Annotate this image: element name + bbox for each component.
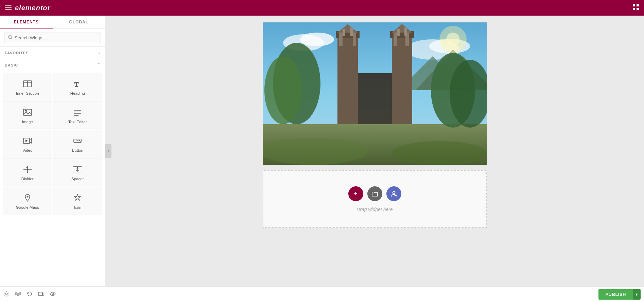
svg-rect-48	[350, 27, 353, 36]
publish-dropdown-button[interactable]: ▾	[633, 289, 641, 300]
svg-rect-6	[637, 8, 639, 10]
svg-point-32	[27, 196, 28, 197]
svg-point-41	[264, 56, 302, 124]
widget-heading-label: Heading	[70, 91, 85, 95]
widget-divider[interactable]: Divider	[3, 158, 52, 186]
drop-zone-buttons: + ...	[348, 186, 401, 201]
collapse-sidebar-handle[interactable]: ‹	[105, 144, 111, 158]
search-input[interactable]	[15, 35, 97, 40]
sidebar-tabs: ELEMENTS GLOBAL	[0, 16, 105, 29]
layers-icon[interactable]	[15, 291, 21, 298]
svg-point-7	[8, 36, 12, 39]
publish-button[interactable]: PUBLISH	[598, 289, 633, 300]
svg-rect-42	[337, 33, 358, 128]
svg-rect-2	[5, 9, 12, 10]
text-editor-icon	[73, 108, 82, 117]
svg-rect-70	[38, 292, 42, 296]
tab-global[interactable]: GLOBAL	[53, 16, 105, 29]
divider-icon	[23, 165, 32, 174]
widget-heading[interactable]: T Heading	[53, 73, 103, 100]
main-layout: ELEMENTS GLOBAL FAVORITES › BASIC	[0, 16, 644, 286]
button-icon	[73, 136, 82, 146]
svg-line-25	[79, 140, 81, 141]
video-icon	[23, 136, 32, 146]
preview-icon[interactable]	[50, 291, 56, 298]
inner-section-icon	[23, 79, 32, 89]
svg-rect-15	[23, 109, 32, 115]
widget-text-editor-label: Text Editor	[68, 120, 87, 124]
svg-rect-52	[394, 33, 397, 46]
drag-widget-text: Drag widget here	[356, 207, 393, 212]
user-button[interactable]: ...	[386, 186, 401, 201]
basic-label: BASIC	[5, 63, 18, 67]
header: elementor	[0, 0, 644, 16]
widget-spacer-label: Spacer	[71, 177, 84, 181]
widget-button-label: Button	[72, 148, 83, 152]
svg-rect-1	[5, 7, 12, 8]
basic-chevron-icon: ˅	[98, 62, 100, 68]
svg-point-62	[263, 138, 368, 165]
toolbar-icons	[3, 291, 56, 298]
widget-google-maps[interactable]: Google Maps	[3, 187, 52, 214]
balinese-gate-image	[263, 22, 487, 165]
widget-button[interactable]: Button	[53, 130, 103, 157]
apps-grid-icon[interactable]	[632, 4, 639, 12]
sidebar: ELEMENTS GLOBAL FAVORITES › BASIC	[0, 16, 105, 286]
drop-zone: + ... Drag wi	[263, 170, 487, 228]
svg-rect-46	[353, 33, 356, 46]
folder-button[interactable]	[367, 186, 382, 201]
svg-rect-47	[343, 29, 345, 36]
image-icon	[23, 108, 32, 117]
widget-text-editor[interactable]: Text Editor	[53, 101, 103, 129]
svg-line-8	[11, 38, 13, 40]
svg-rect-49	[392, 33, 412, 128]
svg-text:T: T	[74, 81, 79, 88]
svg-marker-22	[25, 139, 28, 142]
svg-rect-54	[397, 29, 400, 36]
widget-video[interactable]: Video	[3, 130, 52, 157]
svg-rect-71	[42, 293, 44, 296]
widget-spacer[interactable]: Spacer	[53, 158, 103, 186]
publish-group: PUBLISH ▾	[598, 289, 641, 300]
widget-inner-section[interactable]: Inner Section	[3, 73, 52, 100]
search-icon	[8, 35, 13, 41]
google-maps-icon	[23, 193, 32, 203]
add-widget-button[interactable]: +	[348, 186, 363, 201]
svg-rect-56	[358, 73, 392, 128]
widget-icon[interactable]: Icon	[53, 187, 103, 214]
favorites-label: FAVORITES	[5, 51, 29, 55]
favorites-chevron-icon: ›	[98, 50, 100, 56]
widget-video-label: Video	[22, 148, 32, 152]
icon-widget-icon	[73, 193, 82, 203]
canvas-image-block	[263, 22, 487, 165]
content-area: + ... Drag wi	[105, 16, 644, 286]
search-container	[0, 29, 105, 47]
svg-point-65	[446, 33, 460, 46]
widget-google-maps-label: Google Maps	[16, 205, 39, 209]
svg-rect-5	[633, 8, 635, 10]
widget-icon-label: Icon	[74, 205, 81, 209]
widgets-grid: Inner Section T Heading Image	[0, 71, 105, 216]
svg-text:...: ...	[395, 194, 397, 196]
favorites-section-header[interactable]: FAVORITES ›	[0, 47, 105, 59]
widgets-scroll: Inner Section T Heading Image	[0, 71, 105, 286]
svg-point-35	[300, 33, 334, 46]
settings-icon[interactable]	[3, 291, 10, 298]
hamburger-icon[interactable]	[5, 4, 12, 12]
tab-elements[interactable]: ELEMENTS	[0, 16, 53, 29]
widget-inner-section-label: Inner Section	[16, 91, 39, 95]
page-canvas: + ... Drag wi	[263, 22, 487, 228]
history-icon[interactable]	[27, 291, 33, 298]
svg-rect-0	[5, 5, 12, 6]
widget-image[interactable]: Image	[3, 101, 52, 129]
logo: elementor	[15, 4, 51, 12]
svg-point-69	[6, 293, 7, 295]
svg-rect-4	[637, 4, 639, 6]
svg-point-72	[52, 293, 54, 295]
widget-divider-label: Divider	[21, 177, 34, 181]
basic-section-header[interactable]: BASIC ˅	[0, 59, 105, 71]
responsive-icon[interactable]	[38, 291, 44, 298]
heading-icon: T	[73, 79, 82, 89]
bottom-toolbar: PUBLISH ▾	[0, 286, 644, 302]
search-box	[4, 33, 101, 43]
